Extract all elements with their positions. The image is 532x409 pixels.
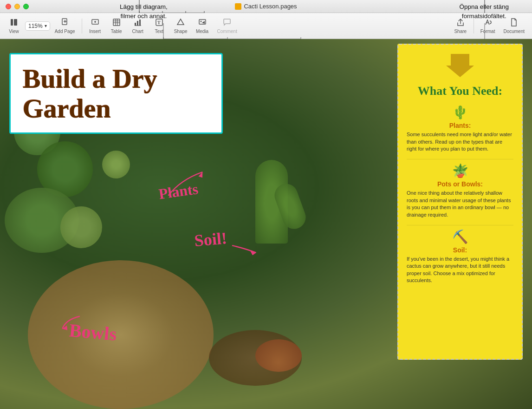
pots-section: 🪴 Pots or Bowls: One nice thing about th… <box>407 163 513 218</box>
soil-section: ⛏️ Soil: If you've been in the desert, y… <box>407 229 513 284</box>
svg-rect-21 <box>135 23 136 26</box>
insert-icon <box>91 18 99 28</box>
view-icon <box>10 18 18 28</box>
share-button[interactable]: Share <box>450 16 471 36</box>
document-icon <box>510 18 518 28</box>
svg-rect-8 <box>11 19 13 26</box>
minimize-button[interactable] <box>14 4 20 9</box>
add-page-icon <box>61 18 69 28</box>
chart-button[interactable]: Chart <box>128 16 148 36</box>
window-title: Cacti Lesson.pages <box>235 3 297 10</box>
svg-rect-9 <box>14 19 17 26</box>
insert-button[interactable]: Insert <box>85 16 105 36</box>
svg-text:Bowls: Bowls <box>68 320 117 345</box>
handwritten-soil: Soil! <box>193 222 261 269</box>
comment-button[interactable]: Comment <box>214 16 241 36</box>
shovel-icon: ⛏️ <box>407 229 513 244</box>
add-page-button[interactable]: Add Page <box>51 16 79 36</box>
svg-marker-30 <box>202 21 205 24</box>
document-title: Build a DryGarden <box>22 64 210 123</box>
comment-icon <box>223 18 231 28</box>
toolbar-format-group: Format Document <box>477 16 528 36</box>
zoom-control[interactable]: 115% ▾ <box>25 21 50 31</box>
table-button[interactable]: Table <box>106 16 127 36</box>
main-content: Build a DryGarden What You Need: 🌵 Plant… <box>0 39 532 409</box>
soil-title: Soil: <box>407 246 513 254</box>
pots-body: One nice thing about the relatively shal… <box>407 190 513 218</box>
text-button[interactable]: T Text <box>149 16 169 36</box>
table-icon <box>112 18 121 28</box>
panel-divider-1 <box>407 159 513 159</box>
svg-marker-27 <box>177 19 184 25</box>
pot-icon: 🪴 <box>407 163 513 178</box>
chevron-down-icon: ▾ <box>45 23 47 28</box>
down-arrow <box>407 54 513 79</box>
toolbar-left-group: View 115% ▾ Add Page <box>4 16 79 36</box>
traffic-lights <box>6 4 29 9</box>
format-button[interactable]: Format <box>477 16 499 36</box>
chart-icon <box>134 18 142 28</box>
titlebar: Cacti Lesson.pages <box>0 0 532 13</box>
format-icon <box>484 18 492 28</box>
pages-icon <box>235 3 241 10</box>
plants-body: Some succulents need more light and/or w… <box>407 131 513 152</box>
panel-divider-2 <box>407 225 513 225</box>
pots-title: Pots or Bowls: <box>407 180 513 188</box>
media-button[interactable]: Media <box>192 16 213 36</box>
handwritten-bowls: Bowls <box>59 305 136 349</box>
title-box: Build a DryGarden <box>9 53 223 134</box>
toolbar-right-group: Share <box>450 16 471 36</box>
panel-title: What You Need: <box>407 84 513 98</box>
plant-icon: 🌵 <box>407 105 513 120</box>
svg-rect-23 <box>139 20 141 26</box>
plants-section: 🌵 Plants: Some succulents need more ligh… <box>407 105 513 152</box>
toolbar: View 115% ▾ Add Page Insert Table <box>0 13 532 39</box>
document-button[interactable]: Document <box>500 16 528 36</box>
view-button[interactable]: View <box>4 16 24 36</box>
svg-rect-22 <box>137 21 138 26</box>
toolbar-separator-2 <box>474 19 474 33</box>
maximize-button[interactable] <box>23 4 29 9</box>
shape-button[interactable]: Shape <box>170 16 191 36</box>
svg-text:Plants: Plants <box>157 180 199 203</box>
close-button[interactable] <box>6 4 11 9</box>
svg-marker-32 <box>446 54 474 77</box>
svg-text:Soil!: Soil! <box>194 229 227 250</box>
svg-text:T: T <box>157 20 161 25</box>
text-icon: T <box>155 18 163 28</box>
share-icon <box>456 18 465 28</box>
toolbar-insert-group: Insert Table Chart T Text Shape <box>85 16 241 36</box>
soil-body: If you've been in the desert, you might … <box>407 256 513 284</box>
svg-point-29 <box>200 20 201 22</box>
media-icon <box>198 18 207 28</box>
toolbar-separator-1 <box>82 19 82 33</box>
yellow-info-panel: What You Need: 🌵 Plants: Some succulents… <box>397 44 523 360</box>
svg-rect-16 <box>113 19 120 26</box>
plants-title: Plants: <box>407 122 513 129</box>
shape-icon <box>176 18 185 28</box>
